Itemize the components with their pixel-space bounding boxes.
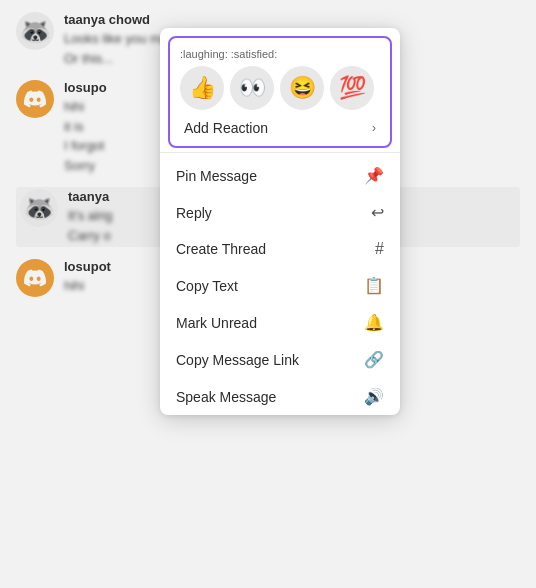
context-menu: :laughing: :satisfied: 👍 👀 😆 💯 Add React… (160, 28, 400, 415)
chevron-right-icon: › (372, 121, 376, 135)
add-reaction-button[interactable]: Add Reaction › (180, 118, 380, 138)
reply-icon: ↩ (371, 203, 384, 222)
speak-message-label: Speak Message (176, 389, 276, 405)
copy-text-label: Copy Text (176, 278, 238, 294)
thread-icon: # (375, 240, 384, 258)
pin-message-item[interactable]: Pin Message 📌 (160, 157, 400, 194)
create-thread-label: Create Thread (176, 241, 266, 257)
link-icon: 🔗 (364, 350, 384, 369)
emoji-label: :laughing: :satisfied: (180, 48, 380, 60)
reaction-section: :laughing: :satisfied: 👍 👀 😆 💯 Add React… (168, 36, 392, 148)
add-reaction-label: Add Reaction (184, 120, 268, 136)
speaker-icon: 🔊 (364, 387, 384, 406)
emoji-100-button[interactable]: 💯 (330, 66, 374, 110)
unread-icon: 🔔 (364, 313, 384, 332)
reply-item[interactable]: Reply ↩ (160, 194, 400, 231)
mark-unread-item[interactable]: Mark Unread 🔔 (160, 304, 400, 341)
menu-divider (160, 152, 400, 153)
emoji-thumbsup-button[interactable]: 👍 (180, 66, 224, 110)
copy-text-item[interactable]: Copy Text 📋 (160, 267, 400, 304)
mark-unread-label: Mark Unread (176, 315, 257, 331)
copy-message-link-label: Copy Message Link (176, 352, 299, 368)
speak-message-item[interactable]: Speak Message 🔊 (160, 378, 400, 415)
reply-label: Reply (176, 205, 212, 221)
create-thread-item[interactable]: Create Thread # (160, 231, 400, 267)
copy-icon: 📋 (364, 276, 384, 295)
emoji-laughing-button[interactable]: 😆 (280, 66, 324, 110)
copy-message-link-item[interactable]: Copy Message Link 🔗 (160, 341, 400, 378)
emoji-row: 👍 👀 😆 💯 (180, 66, 380, 110)
emoji-eyes-button[interactable]: 👀 (230, 66, 274, 110)
pin-message-label: Pin Message (176, 168, 257, 184)
pin-icon: 📌 (364, 166, 384, 185)
